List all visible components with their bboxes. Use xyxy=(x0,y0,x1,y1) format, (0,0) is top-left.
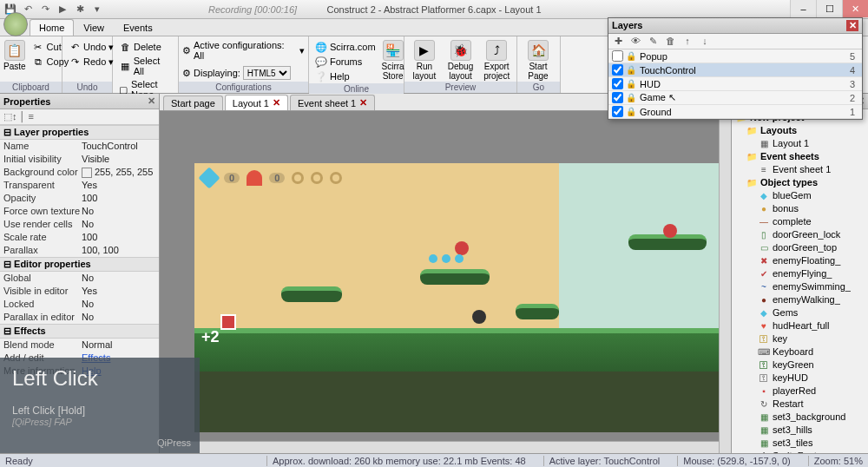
tree-node[interactable]: ●bonus xyxy=(733,202,866,215)
tree-node[interactable]: ⚿keyGreen xyxy=(733,358,866,372)
layer-visible-checkbox[interactable] xyxy=(612,78,623,89)
property-row[interactable]: Scale rate100 xyxy=(0,231,159,244)
lock-icon[interactable]: 🔒 xyxy=(626,51,636,61)
tree-node[interactable]: ●enemyWalking_ xyxy=(733,293,866,306)
property-row[interactable]: Initial visibilityVisible xyxy=(0,153,159,166)
doc-tab[interactable]: Start page xyxy=(163,95,223,110)
property-row[interactable]: Force own textureNo xyxy=(0,205,159,218)
store-button[interactable]: 🏪Scirra Store xyxy=(382,40,404,81)
tree-node[interactable]: ▦set3_hills xyxy=(733,424,866,437)
properties-close[interactable]: ✕ xyxy=(148,95,155,107)
property-row[interactable]: Visible in editorYes xyxy=(0,285,159,298)
app-orb[interactable] xyxy=(3,12,28,36)
down-icon[interactable]: ↓ xyxy=(699,36,711,47)
layer-visible-checkbox[interactable] xyxy=(612,64,623,76)
enemy-sprite[interactable] xyxy=(455,241,469,255)
layer-row[interactable]: 🔒Popup5 xyxy=(608,49,862,63)
tree-node[interactable]: 📁Event sheets xyxy=(733,150,866,163)
tree-node[interactable]: —complete xyxy=(733,215,866,228)
tree-node[interactable]: ♥hudHeart_full xyxy=(733,319,866,332)
tree-node[interactable]: ◆Gems xyxy=(733,306,866,319)
close-icon[interactable]: ✕ xyxy=(359,97,367,109)
layer-visible-checkbox[interactable] xyxy=(612,50,623,62)
minimize-button[interactable]: – xyxy=(790,0,816,17)
tree-node[interactable]: 📁Object types xyxy=(733,176,866,189)
layer-row[interactable]: 🔒TouchControl4 xyxy=(608,63,862,77)
tree-node[interactable]: ↻Restart xyxy=(733,398,866,411)
forums-link[interactable]: 💬Forums xyxy=(312,55,378,69)
property-group-header[interactable]: ⊟ Layer properties xyxy=(0,125,159,140)
close-icon[interactable]: ✕ xyxy=(273,97,280,109)
close-button[interactable]: ✕ xyxy=(842,0,868,17)
property-row[interactable]: LockedNo xyxy=(0,298,159,311)
run-button[interactable]: ▶Run layout xyxy=(408,40,441,81)
layer-row[interactable]: 🔒HUD3 xyxy=(608,77,862,91)
property-row[interactable]: Opacity100 xyxy=(0,192,159,205)
debug-icon[interactable]: ✱ xyxy=(73,3,87,16)
maximize-button[interactable]: ☐ xyxy=(816,0,842,17)
tree-node[interactable]: ▦Layout 1 xyxy=(733,137,866,150)
tree-node[interactable]: ▯doorGreen_lock xyxy=(733,228,866,241)
run-icon[interactable]: ▶ xyxy=(56,3,69,16)
layer-visible-checkbox[interactable] xyxy=(612,92,623,103)
lock-icon[interactable]: 🔒 xyxy=(626,65,636,75)
property-row[interactable]: Blend modeNormal xyxy=(0,339,159,352)
property-row[interactable]: Parallax in editorNo xyxy=(0,311,159,324)
platform[interactable] xyxy=(420,269,490,285)
tree-node[interactable]: ▪playerRed xyxy=(733,385,866,398)
layers-close[interactable]: ✕ xyxy=(846,20,858,31)
player-sprite[interactable] xyxy=(220,314,236,330)
lock-icon[interactable]: 🔒 xyxy=(626,93,636,102)
tree-node[interactable]: ▦set3_background xyxy=(733,411,866,424)
enemy-sprite[interactable] xyxy=(472,310,486,324)
lock-icon[interactable]: 🔒 xyxy=(626,79,636,89)
tree-node[interactable]: ⚿keyHUD xyxy=(733,372,866,385)
layers-window[interactable]: Layers✕ ✚ 👁 ✎ 🗑 ↑ ↓ 🔒Popup5🔒TouchControl… xyxy=(608,17,863,120)
displaying-select[interactable]: HTML5 xyxy=(243,66,291,80)
scirra-link[interactable]: 🌐Scirra.com xyxy=(312,40,378,54)
undo-button[interactable]: ↶Undo▾ xyxy=(66,40,116,54)
paste-button[interactable]: 📋Paste xyxy=(3,40,26,71)
lock-icon[interactable]: 🔒 xyxy=(626,107,636,116)
doc-tab[interactable]: Layout 1✕ xyxy=(225,95,288,110)
tab-view[interactable]: View xyxy=(74,19,114,36)
add-layer-icon[interactable]: ✚ xyxy=(612,36,624,47)
enemy-sprite[interactable] xyxy=(663,224,677,238)
tree-node[interactable]: ≡Event sheet 1 xyxy=(733,163,866,176)
redo-icon[interactable]: ↷ xyxy=(38,3,52,16)
tree-node[interactable]: ⌨Keyboard xyxy=(733,345,866,358)
redo-button[interactable]: ↷Redo▾ xyxy=(66,55,116,69)
gem-sprite[interactable] xyxy=(455,254,464,263)
property-group-header[interactable]: ⊟ Editor properties xyxy=(0,257,159,272)
export-button[interactable]: ⤴Export project xyxy=(480,40,513,81)
property-group-header[interactable]: ⊟ Effects xyxy=(0,324,159,339)
tab-home[interactable]: Home xyxy=(30,19,74,36)
gem-sprite[interactable] xyxy=(429,254,437,263)
tab-events[interactable]: Events xyxy=(114,19,162,36)
tree-node[interactable]: ⚿key xyxy=(733,332,866,345)
layout-canvas[interactable]: 0 0 +2 xyxy=(194,163,731,432)
delete-icon[interactable]: 🗑 xyxy=(664,36,676,47)
delete-button[interactable]: 🗑Delete xyxy=(116,40,174,54)
tree-node[interactable]: ▦set3_tiles xyxy=(733,437,866,450)
platform[interactable] xyxy=(281,286,342,302)
scrollbar-vertical[interactable] xyxy=(719,111,731,453)
gem-sprite[interactable] xyxy=(442,254,450,263)
up-icon[interactable]: ↑ xyxy=(681,36,694,47)
platform[interactable] xyxy=(516,304,559,319)
property-row[interactable]: GlobalNo xyxy=(0,272,159,285)
property-row[interactable]: Use render cellsNo xyxy=(0,218,159,231)
help-link[interactable]: ❔Help xyxy=(312,69,378,83)
tree-node[interactable]: ~enemySwimming_ xyxy=(733,280,866,293)
tree-node[interactable]: ✖enemyFloating_ xyxy=(733,254,866,267)
layer-visible-checkbox[interactable] xyxy=(612,106,623,117)
canvas-viewport[interactable]: 0 0 +2 xyxy=(160,111,731,453)
debug-button[interactable]: 🐞Debug layout xyxy=(444,40,477,81)
doc-tab[interactable]: Event sheet 1✕ xyxy=(290,95,375,110)
tree-node[interactable]: ◆blueGem xyxy=(733,189,866,202)
property-row[interactable]: Parallax100, 100 xyxy=(0,244,159,257)
eye-icon[interactable]: 👁 xyxy=(629,36,641,47)
dropdown-icon[interactable]: ▾ xyxy=(90,3,104,16)
property-row[interactable]: TransparentYes xyxy=(0,179,159,192)
tree-node[interactable]: ▭doorGreen_top xyxy=(733,241,866,254)
